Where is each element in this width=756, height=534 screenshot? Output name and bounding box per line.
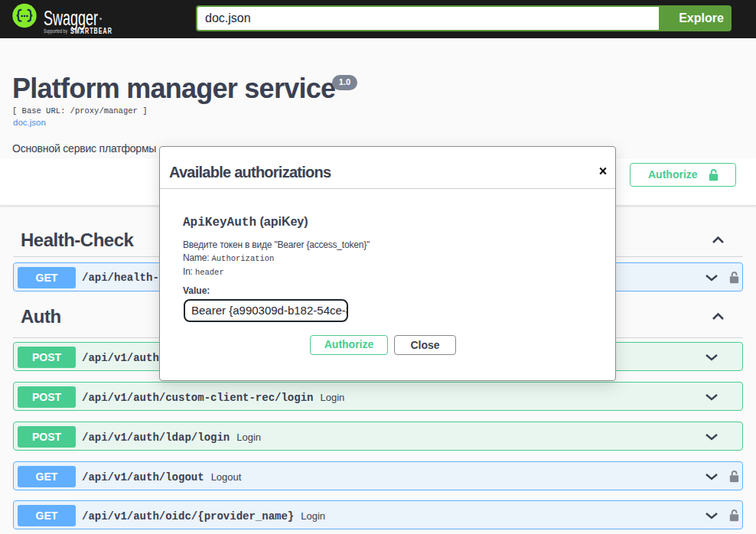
svg-text:SMARTBEAR: SMARTBEAR bbox=[70, 26, 112, 35]
svg-text:Supported by: Supported by bbox=[44, 28, 67, 34]
